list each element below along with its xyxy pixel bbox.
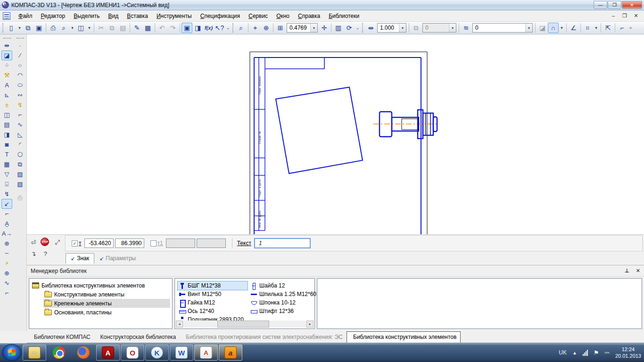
close-button[interactable]: ✕	[622, 1, 642, 9]
points-panel-icon[interactable]: ⁘	[1, 60, 12, 70]
bezier-tool-icon[interactable]: ↯	[15, 100, 25, 110]
language-indicator[interactable]: UK	[559, 349, 567, 356]
combo-dropdown-icon[interactable]: ▾	[310, 24, 317, 32]
y-coordinate-field[interactable]: 86.3990	[115, 239, 144, 248]
insert-dropdown-icon[interactable]: ▾	[86, 23, 92, 33]
circle-tool-icon[interactable]: ○	[15, 60, 25, 70]
layers-icon[interactable]: ≋	[461, 23, 471, 33]
scroll-right-icon[interactable]: ▸	[306, 321, 314, 328]
layer-settings-icon[interactable]: ◪	[537, 23, 548, 33]
centerline-icon[interactable]: ╌	[1, 248, 12, 258]
text-arrow-icon[interactable]: A→	[1, 229, 12, 239]
variables-icon[interactable]: ◨	[192, 23, 203, 33]
network-signal-icon[interactable]	[583, 350, 588, 356]
library-tab[interactable]: Библиотека конструктивных элементов	[347, 331, 461, 343]
library-tab[interactable]: Конструкторская библиотека	[94, 332, 180, 343]
property-tab[interactable]: ↙ Знак	[66, 253, 94, 264]
text-down-icon[interactable]: A̠	[1, 219, 12, 229]
close-panel-icon[interactable]: ✕	[636, 268, 640, 274]
scroll-left-icon[interactable]: ◂	[176, 321, 183, 328]
refresh-image-icon[interactable]: ▥	[333, 23, 344, 33]
toolbar-button[interactable]	[615, 23, 615, 33]
text-tool-icon[interactable]: T	[1, 149, 12, 159]
angle-snap-icon[interactable]: ∠	[568, 23, 579, 33]
lib-item-shponka[interactable]: Шпонка 10-12	[249, 298, 318, 307]
autoaxis-icon[interactable]: ⚡	[1, 258, 12, 268]
dimension-scale-icon[interactable]: ⇹	[365, 23, 376, 33]
restart-command-button[interactable]: ↴	[29, 249, 38, 258]
more-buttons-icon[interactable]: ⌄	[225, 23, 231, 33]
x-coordinate-field[interactable]: -53.4620	[84, 239, 114, 248]
lib-item-shaiba[interactable]: Шайба 12	[249, 281, 318, 290]
dimensions-panel-icon[interactable]: ⇹	[1, 41, 12, 50]
pan-icon[interactable]: ✛	[319, 23, 330, 33]
start-button[interactable]	[2, 344, 22, 361]
library-tab[interactable]: Библиотека проектирования систем электро…	[180, 332, 347, 343]
mdi-restore-button[interactable]: ❐	[621, 13, 628, 19]
text-input[interactable]: 1	[254, 238, 311, 248]
more-buttons-icon[interactable]: »	[627, 23, 634, 33]
undo-icon[interactable]: ↶	[157, 23, 167, 33]
hatch-lines-icon[interactable]: ▨	[15, 169, 25, 179]
functions-icon[interactable]: f(x)	[203, 23, 214, 33]
combo-dropdown-icon[interactable]: ▾	[525, 24, 532, 32]
new-dropdown-icon[interactable]: ▾	[17, 23, 23, 33]
toolbar-button[interactable]	[580, 23, 581, 33]
break-line-icon[interactable]: ⌐	[1, 288, 12, 298]
scale-combo[interactable]: 1.000 ▾	[377, 23, 406, 33]
stamp-icon[interactable]: ⎙	[15, 193, 25, 203]
save-icon[interactable]: ▣	[33, 23, 44, 33]
taskbar-explorer-button[interactable]: ▭	[23, 345, 46, 361]
properties-table-icon[interactable]: ▦	[142, 23, 153, 33]
position-mark-icon[interactable]: ⌻	[1, 179, 12, 189]
window-layout-icon[interactable]: ▣	[182, 23, 192, 33]
taskbar-chrome-button[interactable]	[47, 345, 71, 361]
hidden-icons-chevron[interactable]: ▲	[572, 350, 577, 355]
view-panel-icon[interactable]: ◪	[1, 50, 12, 60]
point-checkbox[interactable]: ✓	[72, 240, 78, 247]
leader-icon[interactable]: ↙	[1, 199, 12, 209]
toolbar-button[interactable]	[248, 23, 248, 33]
mdi-close-button[interactable]: ✕	[633, 13, 639, 19]
current-layer-combo[interactable]: 0 ▾	[472, 23, 533, 33]
measure-panel-icon[interactable]: A	[1, 80, 12, 90]
polyline-tool-icon[interactable]: ⌐	[15, 110, 25, 120]
bracket-leader-icon[interactable]: ⌐	[1, 209, 12, 219]
zoom-in-out-icon[interactable]: ⊕	[261, 23, 272, 33]
point2-checkbox[interactable]	[150, 240, 157, 247]
auto-create-button[interactable]: ⤢	[53, 238, 62, 247]
library-tree-root[interactable]: Библиотека конструктивных элементов	[31, 281, 170, 290]
toolbar-button[interactable]	[601, 23, 601, 33]
toolbar-button[interactable]	[180, 23, 180, 33]
arc-tool-icon[interactable]: ◠	[15, 70, 25, 80]
copy-properties-icon[interactable]: ✎	[132, 23, 142, 33]
new-document-icon[interactable]: ▯	[6, 23, 17, 33]
horizontal-scrollbar[interactable]: ◂ ▸	[176, 321, 314, 328]
toolbar-button[interactable]	[566, 23, 567, 33]
arrow-line-icon[interactable]: ↯	[1, 189, 12, 199]
power-plug-icon[interactable]: ⎓	[605, 349, 610, 356]
toolbar-grip[interactable]	[362, 23, 364, 33]
menu-item[interactable]: Файл	[14, 11, 37, 21]
chamfer-tool-icon[interactable]: ◺	[15, 130, 25, 140]
action-center-flag-icon[interactable]: ⚑	[594, 349, 599, 356]
library-tree-item[interactable]: Крепежные элементы	[43, 299, 170, 308]
table-tool-icon[interactable]: ▦	[1, 159, 12, 169]
taskbar-opera-button[interactable]: O	[121, 345, 144, 361]
document-system-menu-icon[interactable]	[3, 12, 10, 20]
taskbar-firefox-button[interactable]	[72, 345, 95, 361]
polygon-tool-icon[interactable]: ⬡	[15, 149, 25, 159]
redo-icon[interactable]: ↷	[167, 23, 178, 33]
insert-view-icon[interactable]: ◫	[75, 23, 86, 33]
tool-icon[interactable]	[15, 189, 25, 193]
layer-prev-icon[interactable]: ⧉	[411, 23, 421, 33]
local-cs-icon[interactable]: ⇱	[603, 23, 613, 33]
create-object-button[interactable]: ⏎	[29, 238, 38, 247]
print-icon[interactable]: ⎙	[48, 23, 58, 33]
fillet-tool-icon[interactable]: ◜	[15, 140, 25, 149]
menu-item[interactable]: Библиотеки	[324, 11, 363, 21]
lib-item-bshg[interactable]: БШГ М12*38	[178, 281, 248, 290]
snap-dropdown-icon[interactable]: ▾	[559, 23, 565, 33]
menu-item[interactable]: Инструменты	[152, 11, 196, 21]
property-tab[interactable]: ↙ Параметры	[94, 253, 141, 264]
